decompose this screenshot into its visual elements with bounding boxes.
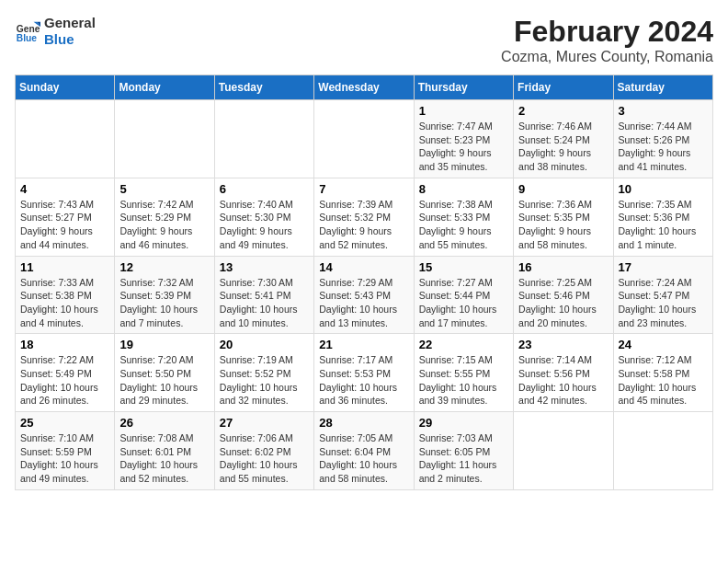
calendar-cell: 28Sunrise: 7:05 AM Sunset: 6:04 PM Dayli… [314,412,414,490]
calendar-cell [214,100,313,178]
calendar-row: 18Sunrise: 7:22 AM Sunset: 5:49 PM Dayli… [16,334,713,412]
day-number: 9 [518,182,608,196]
calendar-cell: 25Sunrise: 7:10 AM Sunset: 5:59 PM Dayli… [16,412,115,490]
column-header-tuesday: Tuesday [214,75,313,100]
day-info: Sunrise: 7:46 AM Sunset: 5:24 PM Dayligh… [518,120,608,174]
day-number: 13 [220,260,309,274]
calendar-cell: 14Sunrise: 7:29 AM Sunset: 5:43 PM Dayli… [314,256,414,334]
day-number: 12 [119,260,209,274]
day-number: 22 [419,338,508,351]
column-header-thursday: Thursday [414,75,513,100]
day-number: 15 [419,260,508,274]
day-info: Sunrise: 7:25 AM Sunset: 5:46 PM Dayligh… [518,276,608,330]
day-number: 16 [518,260,608,274]
svg-text:Blue: Blue [17,33,38,43]
calendar-cell: 3Sunrise: 7:44 AM Sunset: 5:26 PM Daylig… [613,100,712,178]
day-info: Sunrise: 7:19 AM Sunset: 5:52 PM Dayligh… [220,353,309,408]
day-info: Sunrise: 7:06 AM Sunset: 6:02 PM Dayligh… [220,431,309,486]
day-number: 24 [619,338,708,351]
calendar-row: 25Sunrise: 7:10 AM Sunset: 5:59 PM Dayli… [16,412,713,490]
calendar-row: 4Sunrise: 7:43 AM Sunset: 5:27 PM Daylig… [16,178,713,256]
day-info: Sunrise: 7:38 AM Sunset: 5:33 PM Dayligh… [419,198,508,252]
day-number: 3 [619,104,708,118]
calendar-cell: 21Sunrise: 7:17 AM Sunset: 5:53 PM Dayli… [314,334,414,412]
day-info: Sunrise: 7:36 AM Sunset: 5:35 PM Dayligh… [518,198,608,252]
calendar-cell: 18Sunrise: 7:22 AM Sunset: 5:49 PM Dayli… [16,334,115,412]
day-info: Sunrise: 7:27 AM Sunset: 5:44 PM Dayligh… [419,276,508,330]
day-info: Sunrise: 7:39 AM Sunset: 5:32 PM Dayligh… [319,198,408,252]
calendar-cell: 1Sunrise: 7:47 AM Sunset: 5:23 PM Daylig… [414,100,513,178]
header: General Blue GeneralBlue February 2024 C… [15,15,713,65]
calendar-cell: 9Sunrise: 7:36 AM Sunset: 5:35 PM Daylig… [514,178,613,256]
calendar-cell: 24Sunrise: 7:12 AM Sunset: 5:58 PM Dayli… [613,334,712,412]
column-header-wednesday: Wednesday [314,75,414,100]
calendar-cell [16,100,115,178]
day-number: 8 [419,182,508,196]
day-info: Sunrise: 7:17 AM Sunset: 5:53 PM Dayligh… [319,353,408,408]
calendar-cell: 22Sunrise: 7:15 AM Sunset: 5:55 PM Dayli… [414,334,513,412]
day-number: 18 [20,338,109,351]
calendar-cell: 29Sunrise: 7:03 AM Sunset: 6:05 PM Dayli… [414,412,513,490]
calendar-cell: 8Sunrise: 7:38 AM Sunset: 5:33 PM Daylig… [414,178,513,256]
day-number: 25 [20,416,109,430]
day-number: 26 [119,416,209,430]
day-number: 2 [518,104,608,118]
column-header-monday: Monday [115,75,214,100]
title-area: February 2024 Cozma, Mures County, Roman… [501,15,713,65]
calendar-cell: 17Sunrise: 7:24 AM Sunset: 5:47 PM Dayli… [613,256,712,334]
day-info: Sunrise: 7:24 AM Sunset: 5:47 PM Dayligh… [619,276,708,330]
day-number: 29 [419,416,508,430]
calendar-table: SundayMondayTuesdayWednesdayThursdayFrid… [15,75,713,490]
calendar-cell: 6Sunrise: 7:40 AM Sunset: 5:30 PM Daylig… [214,178,313,256]
day-number: 1 [419,104,508,118]
calendar-cell [514,412,613,490]
day-info: Sunrise: 7:32 AM Sunset: 5:39 PM Dayligh… [119,276,209,330]
day-info: Sunrise: 7:12 AM Sunset: 5:58 PM Dayligh… [619,353,708,408]
calendar-cell: 13Sunrise: 7:30 AM Sunset: 5:41 PM Dayli… [214,256,313,334]
logo: General Blue GeneralBlue [15,15,96,48]
day-number: 19 [119,338,209,351]
logo-icon: General Blue [15,18,40,44]
day-info: Sunrise: 7:47 AM Sunset: 5:23 PM Dayligh… [419,120,508,174]
day-number: 14 [319,260,408,274]
calendar-cell [115,100,214,178]
page-title: February 2024 [501,15,713,49]
calendar-cell [613,412,712,490]
day-number: 17 [619,260,708,274]
day-info: Sunrise: 7:22 AM Sunset: 5:49 PM Dayligh… [20,353,109,408]
column-header-sunday: Sunday [16,75,115,100]
calendar-cell: 27Sunrise: 7:06 AM Sunset: 6:02 PM Dayli… [214,412,313,490]
calendar-cell: 15Sunrise: 7:27 AM Sunset: 5:44 PM Dayli… [414,256,513,334]
day-info: Sunrise: 7:03 AM Sunset: 6:05 PM Dayligh… [419,431,508,486]
day-info: Sunrise: 7:08 AM Sunset: 6:01 PM Dayligh… [119,431,209,486]
day-info: Sunrise: 7:14 AM Sunset: 5:56 PM Dayligh… [518,353,608,408]
column-header-friday: Friday [514,75,613,100]
calendar-cell: 12Sunrise: 7:32 AM Sunset: 5:39 PM Dayli… [115,256,214,334]
day-number: 4 [20,182,109,196]
day-info: Sunrise: 7:05 AM Sunset: 6:04 PM Dayligh… [319,431,408,486]
calendar-header-row: SundayMondayTuesdayWednesdayThursdayFrid… [16,75,713,100]
calendar-cell [314,100,414,178]
day-info: Sunrise: 7:35 AM Sunset: 5:36 PM Dayligh… [619,198,708,252]
day-number: 21 [319,338,408,351]
page-subtitle: Cozma, Mures County, Romania [501,49,713,65]
calendar-row: 1Sunrise: 7:47 AM Sunset: 5:23 PM Daylig… [16,100,713,178]
calendar-cell: 7Sunrise: 7:39 AM Sunset: 5:32 PM Daylig… [314,178,414,256]
day-info: Sunrise: 7:10 AM Sunset: 5:59 PM Dayligh… [20,431,109,486]
day-info: Sunrise: 7:20 AM Sunset: 5:50 PM Dayligh… [119,353,209,408]
calendar-row: 11Sunrise: 7:33 AM Sunset: 5:38 PM Dayli… [16,256,713,334]
day-number: 5 [119,182,209,196]
day-number: 23 [518,338,608,351]
calendar-cell: 11Sunrise: 7:33 AM Sunset: 5:38 PM Dayli… [16,256,115,334]
day-info: Sunrise: 7:15 AM Sunset: 5:55 PM Dayligh… [419,353,508,408]
day-number: 20 [220,338,309,351]
calendar-cell: 19Sunrise: 7:20 AM Sunset: 5:50 PM Dayli… [115,334,214,412]
column-header-saturday: Saturday [613,75,712,100]
day-info: Sunrise: 7:40 AM Sunset: 5:30 PM Dayligh… [220,198,309,252]
calendar-cell: 23Sunrise: 7:14 AM Sunset: 5:56 PM Dayli… [514,334,613,412]
day-number: 10 [619,182,708,196]
logo-text: GeneralBlue [44,15,96,48]
day-info: Sunrise: 7:44 AM Sunset: 5:26 PM Dayligh… [619,120,708,174]
day-number: 28 [319,416,408,430]
day-info: Sunrise: 7:43 AM Sunset: 5:27 PM Dayligh… [20,198,109,252]
